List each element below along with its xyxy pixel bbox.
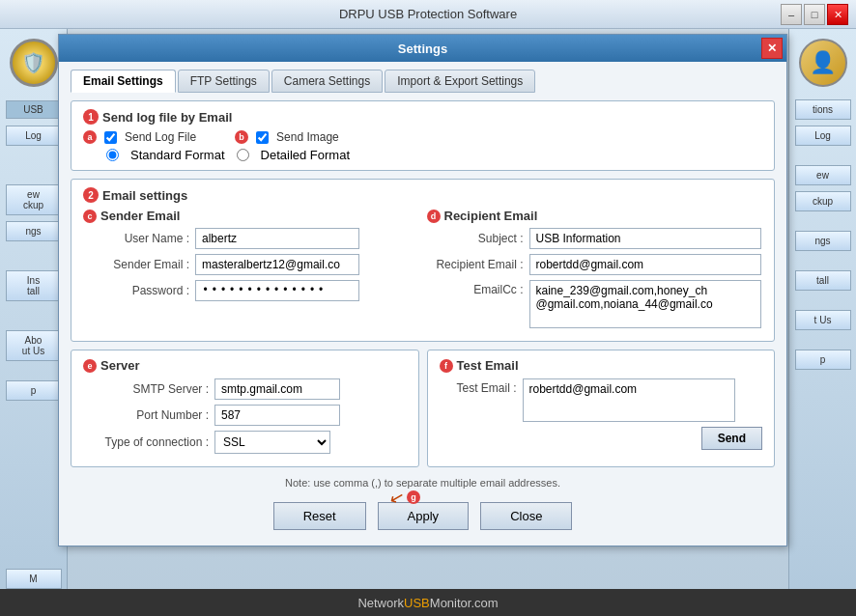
recipient-section-title: d Recipient Email	[427, 209, 763, 223]
sidebar-p[interactable]: p	[6, 380, 62, 401]
main-window: DRPU USB Protection Software – □ ✕ 🛡️ US…	[0, 0, 856, 616]
footer-bar: Network USB Monitor.com	[0, 589, 856, 616]
section-email-settings: 2 Email settings c Sender Email User Nam…	[71, 179, 775, 342]
port-input[interactable]	[214, 405, 340, 426]
username-label: User Name :	[83, 232, 189, 245]
footer-network: Network	[357, 596, 404, 610]
server-test-cols: e Server SMTP Server : Port Number : Typ…	[71, 350, 775, 467]
test-email-row: Test Email : robertdd@gmail.com	[440, 378, 763, 422]
right-us[interactable]: t Us	[795, 310, 851, 330]
letter-e: e	[83, 359, 97, 373]
app-title: DRPU USB Protection Software	[339, 7, 517, 21]
emailcc-textarea[interactable]: kaine_239@gmail.com,honey_ch @gmail.com,…	[529, 280, 761, 328]
username-input[interactable]	[195, 228, 359, 249]
bottom-area: ↙ g Reset Apply Close	[71, 494, 775, 534]
standard-format-radio[interactable]	[106, 149, 119, 161]
app-logo: 🛡️	[10, 39, 58, 87]
right-p2[interactable]: p	[795, 350, 851, 370]
username-row: User Name :	[83, 228, 419, 249]
smtp-input[interactable]	[214, 378, 340, 400]
port-row: Port Number :	[83, 405, 407, 426]
footer-monitor: Monitor.com	[430, 596, 499, 610]
tab-camera-settings[interactable]: Camera Settings	[271, 70, 383, 93]
test-email-textarea[interactable]: robertdd@gmail.com	[523, 378, 735, 422]
sender-col: c Sender Email User Name : Sender Email …	[83, 209, 419, 333]
sender-email-input[interactable]	[195, 254, 359, 275]
dialog-title-text: Settings	[398, 42, 447, 56]
letter-f: f	[440, 359, 453, 373]
connection-label: Type of connection :	[83, 435, 209, 449]
connection-row: Type of connection : SSL TLS None	[83, 431, 407, 454]
dialog-close-button[interactable]: ✕	[761, 38, 783, 59]
sidebar-backup[interactable]: ewckup	[6, 184, 62, 215]
right-ckup[interactable]: ckup	[795, 191, 851, 211]
server-section: e Server SMTP Server : Port Number : Typ…	[71, 350, 419, 467]
recipient-email-input[interactable]	[529, 254, 761, 275]
tab-email-settings[interactable]: Email Settings	[71, 70, 176, 93]
app-close-button[interactable]: ✕	[827, 4, 848, 25]
sidebar-usb[interactable]: USB	[6, 100, 62, 119]
subject-input[interactable]	[529, 228, 761, 249]
close-button[interactable]: Close	[480, 502, 572, 530]
right-ngs[interactable]: ngs	[795, 231, 851, 251]
right-log[interactable]: Log	[795, 126, 851, 146]
send-image-row: b Send Image	[235, 130, 339, 144]
sender-email-label: Sender Email :	[83, 258, 189, 271]
port-label: Port Number :	[83, 408, 209, 422]
letter-c: c	[83, 210, 97, 223]
smtp-label: SMTP Server :	[83, 382, 209, 396]
subject-label: Subject :	[427, 232, 524, 245]
sidebar-settings[interactable]: ngs	[6, 221, 62, 241]
section2-title-text: Email settings	[102, 188, 187, 203]
emailcc-label: EmailCc :	[427, 280, 524, 296]
right-ew[interactable]: ew	[795, 165, 851, 185]
server-title: e Server	[83, 358, 407, 373]
connection-select[interactable]: SSL TLS None	[214, 431, 330, 454]
maximize-button[interactable]: □	[804, 4, 825, 25]
right-sidebar: 👤 tions Log ew ckup ngs tall t Us p t	[788, 29, 856, 616]
tab-ftp-settings[interactable]: FTP Settings	[178, 70, 270, 93]
test-email-section: f Test Email Test Email : robertdd@gmail…	[427, 350, 776, 467]
section-send-log: 1 Send log file by Email a Send Log File…	[71, 100, 775, 171]
right-tall[interactable]: tall	[795, 270, 851, 291]
tab-bar: Email Settings FTP Settings Camera Setti…	[71, 70, 775, 93]
tab-import-export[interactable]: Import & Export Settings	[385, 70, 535, 93]
right-ctions[interactable]: tions	[795, 99, 851, 120]
letter-g: g	[407, 490, 420, 504]
settings-dialog: Settings ✕ Email Settings FTP Settings C…	[58, 34, 787, 546]
note-text: Note: use comma (,) to separate multiple…	[285, 477, 560, 489]
section1-num: 1	[83, 109, 99, 125]
sidebar-install[interactable]: Install	[6, 270, 62, 301]
letter-d: d	[427, 210, 441, 223]
action-buttons: Reset Apply Close	[273, 494, 573, 534]
send-image-checkbox[interactable]	[256, 131, 269, 144]
emailcc-row: EmailCc : kaine_239@gmail.com,honey_ch @…	[427, 280, 763, 328]
section1-title: 1 Send log file by Email	[83, 109, 762, 125]
password-label: Password :	[83, 284, 189, 297]
send-image-label: Send Image	[276, 130, 339, 144]
title-bar: DRPU USB Protection Software – □ ✕	[0, 0, 856, 29]
detailed-format-radio[interactable]	[237, 149, 249, 161]
recipient-email-row: Recipient Email :	[427, 254, 763, 275]
send-log-row: a Send Log File	[83, 130, 196, 144]
reset-button[interactable]: Reset	[273, 502, 366, 530]
send-button[interactable]: Send	[701, 427, 762, 450]
sender-email-row: Sender Email :	[83, 254, 419, 275]
detailed-format-label: Detailed Format	[261, 148, 350, 162]
subject-row: Subject :	[427, 228, 763, 249]
section2-title: 2 Email settings	[83, 187, 762, 203]
dialog-title-bar: Settings ✕	[59, 35, 786, 62]
password-input[interactable]	[195, 280, 359, 301]
send-btn-container: Send	[440, 427, 763, 450]
sender-section-title: c Sender Email	[83, 209, 419, 223]
test-email-title: f Test Email	[440, 358, 763, 373]
sidebar-m[interactable]: M	[6, 569, 62, 589]
email-settings-cols: c Sender Email User Name : Sender Email …	[83, 209, 762, 333]
sidebar-log[interactable]: Log	[6, 126, 62, 146]
send-log-checkbox[interactable]	[104, 131, 117, 144]
section2-num: 2	[83, 187, 99, 203]
test-email-label: Test Email :	[440, 378, 517, 395]
recipient-col: d Recipient Email Subject : Recipient Em…	[427, 209, 763, 333]
sidebar-about[interactable]: About Us	[6, 330, 62, 361]
minimize-button[interactable]: –	[781, 4, 802, 25]
